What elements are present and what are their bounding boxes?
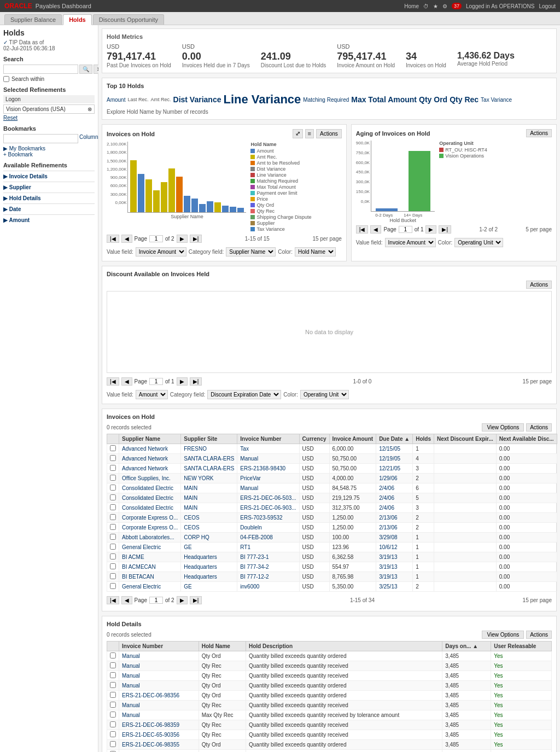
page-first-btn[interactable]: |◀ xyxy=(107,235,119,243)
aging-chart-actions[interactable]: Actions xyxy=(526,129,552,137)
supplier-name-link[interactable]: Advanced Network xyxy=(122,446,168,452)
supplier-name-link[interactable]: Advanced Network xyxy=(122,456,168,462)
row-checkbox[interactable] xyxy=(110,445,116,451)
supplier-site-link[interactable]: Headquarters xyxy=(184,574,217,580)
row-checkbox[interactable] xyxy=(110,583,116,589)
tab-supplier-balance[interactable]: Supplier Balance xyxy=(4,14,62,25)
hd-th-description[interactable]: Hold Description xyxy=(246,642,442,651)
search-within-checkbox[interactable] xyxy=(3,76,9,82)
disc-color-select[interactable]: Operating Unit xyxy=(300,390,349,399)
hold-link-qty-ord[interactable]: Qty Ord xyxy=(419,95,447,104)
supplier-name-link[interactable]: Consolidated Electric xyxy=(122,495,173,501)
due-date-link[interactable]: 2/4/06 xyxy=(379,485,394,491)
supplier-name-link[interactable]: BI ACMECAN xyxy=(122,564,156,570)
inv-next-btn[interactable]: ▶ xyxy=(177,596,188,604)
hd-invoice-link[interactable]: ERS-21-DEC-06-98356 xyxy=(122,692,179,698)
refinement-hold-details[interactable]: ▶ Hold Details xyxy=(3,193,95,203)
hd-invoice-link[interactable]: ERS-21-DEC-65-90356 xyxy=(122,732,179,738)
hold-link-line-variance[interactable]: Line Variance xyxy=(223,92,301,107)
supplier-site-link[interactable]: Headquarters xyxy=(184,564,217,570)
supplier-site-link[interactable]: MAIN xyxy=(184,495,197,501)
disc-next-btn[interactable]: ▶ xyxy=(177,377,188,386)
due-date-link[interactable]: 3/19/13 xyxy=(379,554,397,560)
hold-link-dist-variance[interactable]: Dist Variance xyxy=(173,95,221,104)
supplier-site-link[interactable]: MAIN xyxy=(184,485,197,491)
th-supplier-name[interactable]: Supplier Name xyxy=(119,434,181,444)
hold-table-actions[interactable]: Actions xyxy=(526,631,552,639)
reset-link[interactable]: Reset xyxy=(3,115,95,121)
inv-prev-btn[interactable]: ◀ xyxy=(121,596,132,604)
supplier-name-link[interactable]: Advanced Network xyxy=(122,465,168,471)
due-date-link[interactable]: 3/19/13 xyxy=(379,574,397,580)
logout-link[interactable]: Logout xyxy=(539,3,556,9)
due-date-link[interactable]: 10/6/12 xyxy=(379,544,397,550)
row-checkbox[interactable] xyxy=(110,563,116,569)
row-checkbox[interactable] xyxy=(110,534,116,540)
tab-holds[interactable]: Holds xyxy=(63,14,92,25)
hd-checkbox[interactable] xyxy=(110,682,116,688)
aging-page-input[interactable] xyxy=(399,226,412,233)
hd-checkbox[interactable] xyxy=(110,721,116,727)
aging-prev-btn[interactable]: ◀ xyxy=(370,225,381,234)
hold-link-tax-variance[interactable]: Tax Variance xyxy=(481,97,512,103)
hd-th-releasable[interactable]: User Releasable xyxy=(491,642,552,651)
chart-expand-icon[interactable]: ⤢ xyxy=(293,129,303,138)
gear-icon[interactable]: ⚙ xyxy=(442,3,447,9)
hold-view-options[interactable]: View Options xyxy=(482,631,524,639)
page-prev-btn[interactable]: ◀ xyxy=(121,235,132,243)
category-axis-select[interactable]: Supplier Name xyxy=(226,247,276,257)
due-date-link[interactable]: 2/13/06 xyxy=(379,524,397,531)
supplier-site-link[interactable]: SANTA CLARA-ERS xyxy=(184,456,234,462)
th-due-date[interactable]: Due Date ▲ xyxy=(376,434,413,444)
hold-link-lastrec[interactable]: Last Rec. xyxy=(127,97,148,102)
inv-first-btn[interactable]: |◀ xyxy=(107,596,119,604)
row-checkbox[interactable] xyxy=(110,475,116,481)
invoice-number-link[interactable]: ERS-21-DEC-06-503... xyxy=(240,495,296,501)
hd-invoice-link[interactable]: Manual xyxy=(122,683,140,689)
invoice-number-link[interactable]: PriceVar xyxy=(240,475,261,481)
search-input[interactable] xyxy=(3,65,78,74)
due-date-link[interactable]: 12/19/05 xyxy=(379,456,400,462)
supplier-site-link[interactable]: FRESNO xyxy=(184,446,207,452)
th-invoice-amount[interactable]: Invoice Amount xyxy=(329,434,376,444)
aging-value-select[interactable]: Invoice Amount xyxy=(385,238,436,247)
hd-invoice-link[interactable]: Manual xyxy=(122,702,140,708)
invoices-view-options[interactable]: View Options xyxy=(482,423,524,432)
supplier-name-link[interactable]: General Electric xyxy=(122,544,161,550)
row-checkbox[interactable] xyxy=(110,455,116,461)
hd-checkbox[interactable] xyxy=(110,672,116,678)
supplier-name-link[interactable]: BI BETACAN xyxy=(122,574,154,580)
hd-invoice-link[interactable]: Manual xyxy=(122,663,140,669)
search-button[interactable]: 🔍 xyxy=(79,65,92,74)
supplier-name-link[interactable]: Consolidated Electric xyxy=(122,485,173,491)
supplier-site-link[interactable]: GE xyxy=(184,584,191,590)
invoice-number-link[interactable]: ERS-21-DEC-06-903... xyxy=(240,505,296,511)
row-checkbox[interactable] xyxy=(110,573,116,579)
aging-first-btn[interactable]: |◀ xyxy=(356,225,369,234)
hold-link-matching[interactable]: Matching Required xyxy=(303,97,349,103)
supplier-site-link[interactable]: CEOS xyxy=(184,524,199,531)
row-checkbox[interactable] xyxy=(110,524,116,530)
due-date-link[interactable]: 2/4/06 xyxy=(379,505,394,511)
hd-invoice-link[interactable]: Manual xyxy=(122,673,140,679)
supplier-name-link[interactable]: Office Supplies, Inc. xyxy=(122,475,171,481)
hd-th-hold-name[interactable]: Hold Name xyxy=(199,642,246,651)
filter-bookmarks-input[interactable] xyxy=(3,134,78,143)
th-invoice-number[interactable]: Invoice Number xyxy=(237,434,299,444)
hd-checkbox[interactable] xyxy=(110,662,116,668)
supplier-name-link[interactable]: Corporate Express O... xyxy=(122,515,178,521)
row-checkbox[interactable] xyxy=(110,485,116,491)
notification-badge[interactable]: 37 xyxy=(452,3,462,9)
supplier-site-link[interactable]: SANTA CLARA-ERS xyxy=(184,465,234,471)
hd-checkbox[interactable] xyxy=(110,741,116,747)
row-checkbox[interactable] xyxy=(110,465,116,471)
row-checkbox[interactable] xyxy=(110,544,116,550)
invoice-number-link[interactable]: Manual xyxy=(240,456,258,462)
row-checkbox[interactable] xyxy=(110,504,116,510)
columns-label[interactable]: Columns xyxy=(79,134,101,143)
hd-invoice-link[interactable]: ERS-21-DEC-06-98359 xyxy=(122,722,179,728)
row-checkbox[interactable] xyxy=(110,514,116,520)
th-next-avail[interactable]: Next Available Disc... xyxy=(496,434,557,444)
tab-discounts[interactable]: Discounts Opportunity xyxy=(93,14,164,25)
refinement-invoice-details[interactable]: ▶ Invoice Details xyxy=(3,171,95,182)
